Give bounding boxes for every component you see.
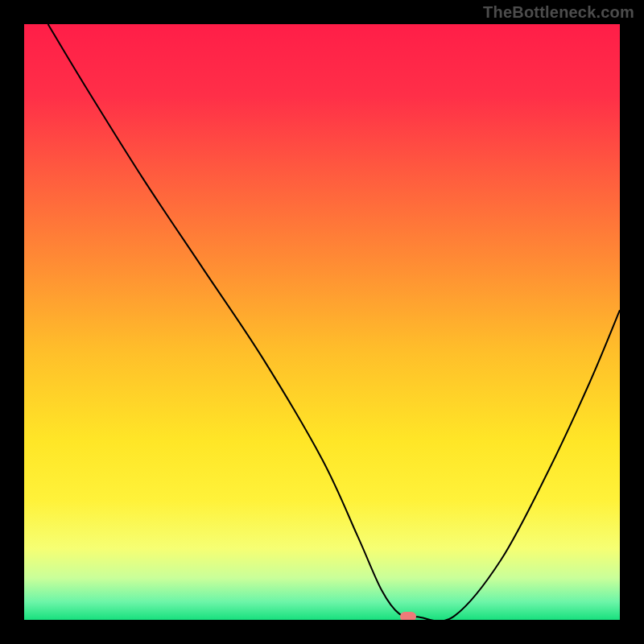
gradient-background [24,24,620,620]
plot-area [24,24,620,620]
chart-frame: TheBottleneck.com [0,0,644,644]
plot-svg [24,24,620,620]
watermark-text: TheBottleneck.com [483,3,634,22]
